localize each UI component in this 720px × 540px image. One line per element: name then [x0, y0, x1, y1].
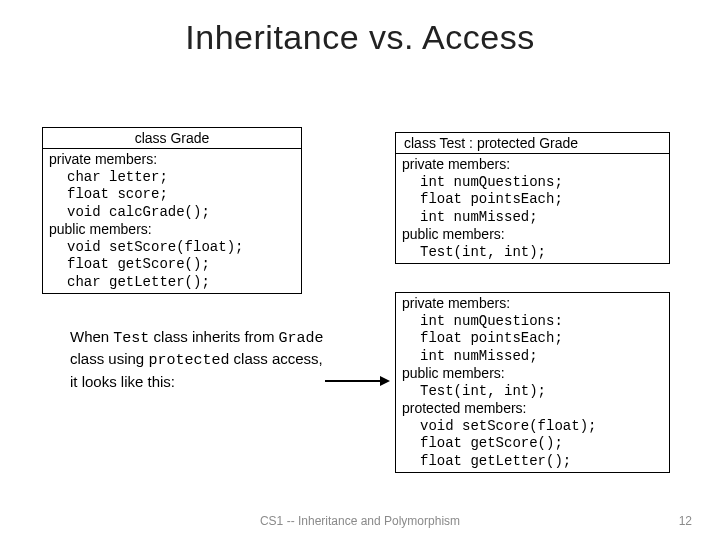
protected-label: protected members: [402, 400, 663, 418]
member: float pointsEach; [402, 330, 663, 348]
caption-code: Grade [279, 330, 324, 347]
member: float pointsEach; [402, 191, 663, 209]
class-header-grade: class Grade [43, 128, 301, 149]
member: int numMissed; [402, 348, 663, 366]
caption-code: Test [113, 330, 149, 347]
caption-fragment: When [70, 328, 113, 345]
member: Test(int, int); [402, 383, 663, 401]
caption-fragment: class inherits from [149, 328, 278, 345]
member: void calcGrade(); [49, 204, 295, 222]
footer-text: CS1 -- Inheritance and Polymorphism [0, 514, 720, 528]
member: float score; [49, 186, 295, 204]
public-label: public members: [49, 221, 295, 239]
caption-code: protected [148, 352, 229, 369]
page-number: 12 [679, 514, 692, 528]
private-label: private members: [402, 156, 663, 174]
member: int numQuestions: [402, 313, 663, 331]
arrow-icon [325, 376, 390, 378]
class-header-test: class Test : protected Grade [396, 133, 669, 154]
caption-text: When Test class inherits from Grade clas… [70, 327, 325, 392]
member: char letter; [49, 169, 295, 187]
caption-fragment: class using [70, 350, 148, 367]
member: void setScore(float); [49, 239, 295, 257]
member: Test(int, int); [402, 244, 663, 262]
slide-body: class Grade private members: char letter… [0, 57, 720, 507]
member: void setScore(float); [402, 418, 663, 436]
class-box-grade: class Grade private members: char letter… [42, 127, 302, 294]
member: int numMissed; [402, 209, 663, 227]
public-label: public members: [402, 365, 663, 383]
member: float getScore(); [49, 256, 295, 274]
class-body-result: private members: int numQuestions: float… [396, 293, 669, 472]
class-box-test: class Test : protected Grade private mem… [395, 132, 670, 264]
member: char getLetter(); [49, 274, 295, 292]
class-body-test: private members: int numQuestions; float… [396, 154, 669, 263]
slide-title: Inheritance vs. Access [0, 18, 720, 57]
public-label: public members: [402, 226, 663, 244]
member: float getScore(); [402, 435, 663, 453]
private-label: private members: [49, 151, 295, 169]
private-label: private members: [402, 295, 663, 313]
member: int numQuestions; [402, 174, 663, 192]
class-box-result: private members: int numQuestions: float… [395, 292, 670, 473]
member: float getLetter(); [402, 453, 663, 471]
class-body-grade: private members: char letter; float scor… [43, 149, 301, 293]
